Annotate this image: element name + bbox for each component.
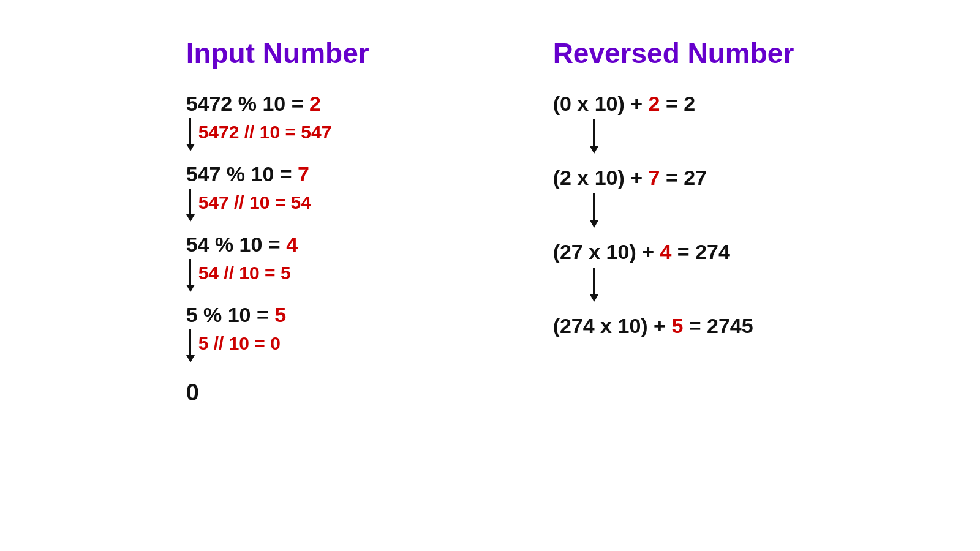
main-container: Input Number 5472 % 10 = 2 5472 // 10 = … [186,37,794,406]
arrow-3-vert [189,259,191,285]
arrow-3-head [186,285,195,292]
r-step-1-highlight: 2 [649,92,660,115]
step-1-sub: 5472 // 10 = 547 [198,118,332,143]
arrow-2-line [186,189,195,222]
r-arrow-1 [590,119,598,154]
r-step-1: (0 x 10) + 2 = 2 [553,92,696,116]
step-3: 54 % 10 = 4 [186,233,298,257]
step-2-sub: 547 // 10 = 54 [198,189,311,213]
left-column: Input Number 5472 % 10 = 2 5472 // 10 = … [186,37,369,406]
step-1: 5472 % 10 = 2 [186,92,321,116]
step-3-sub: 54 // 10 = 5 [198,259,291,283]
r-step-1-main: (0 x 10) + 2 = 2 [553,92,696,116]
r-step-3: (27 x 10) + 4 = 274 [553,240,730,264]
arrow-2-head [186,214,195,222]
r-arrow-2-head [590,220,598,228]
arrow-1-head [186,144,195,151]
arrow-4-vert [189,329,191,355]
arrow-4-head [186,355,195,362]
right-column: Reversed Number (0 x 10) + 2 = 2 (2 x 10… [553,37,794,338]
step-1-highlight: 2 [309,92,321,115]
step-4-main: 5 % 10 = 5 [186,303,287,327]
r-arrow-1-head [590,146,598,154]
step-2-highlight: 7 [298,162,309,186]
right-column-title: Reversed Number [553,37,794,70]
r-step-3-main: (27 x 10) + 4 = 274 [553,240,730,264]
r-step-2-highlight: 7 [649,166,660,189]
r-arrow-1-vert [593,119,595,146]
arrow-1-vert [189,118,191,144]
arrow-3-line [186,259,195,292]
step-3-main: 54 % 10 = 4 [186,233,298,257]
r-arrow-3-head [590,294,598,302]
arrow-4: 5 // 10 = 0 [186,329,281,362]
step-2: 547 % 10 = 7 [186,162,309,186]
arrow-1: 5472 // 10 = 547 [186,118,332,151]
terminal-value: 0 [186,380,199,406]
step-4: 5 % 10 = 5 [186,303,287,327]
step-4-highlight: 5 [274,303,286,326]
r-step-3-highlight: 4 [660,240,671,263]
r-step-2-main: (2 x 10) + 7 = 27 [553,166,707,190]
step-3-highlight: 4 [286,233,298,256]
arrow-4-line [186,329,195,362]
arrow-1-line [186,118,195,151]
left-column-title: Input Number [186,37,369,70]
r-arrow-2-vert [593,193,595,220]
r-step-4-main: (274 x 10) + 5 = 2745 [553,314,753,338]
step-1-main: 5472 % 10 = 2 [186,92,321,116]
r-arrow-3 [590,268,598,302]
r-arrow-3-vert [593,268,595,294]
arrow-2-vert [189,189,191,214]
r-step-4-highlight: 5 [671,314,683,337]
r-step-4: (274 x 10) + 5 = 2745 [553,314,753,338]
r-arrow-2 [590,193,598,228]
r-step-2: (2 x 10) + 7 = 27 [553,166,707,190]
arrow-2: 547 // 10 = 54 [186,189,311,222]
arrow-3: 54 // 10 = 5 [186,259,291,292]
step-2-main: 547 % 10 = 7 [186,162,309,186]
step-4-sub: 5 // 10 = 0 [198,329,281,354]
